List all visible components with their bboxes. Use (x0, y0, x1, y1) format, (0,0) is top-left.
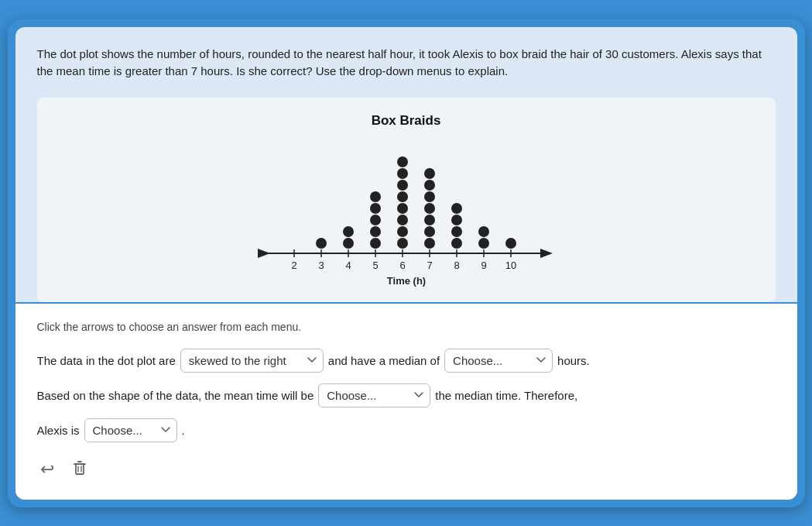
undo-button[interactable]: ↩ (37, 456, 57, 483)
svg-point-35 (397, 156, 408, 167)
svg-point-42 (424, 168, 435, 179)
trash-icon (71, 458, 88, 481)
svg-point-41 (424, 180, 435, 191)
undo-icon: ↩ (40, 459, 54, 480)
outer-card: The dot plot shows the number of hours, … (8, 19, 805, 507)
svg-text:3: 3 (318, 260, 324, 271)
svg-point-49 (505, 238, 516, 249)
svg-point-23 (370, 238, 381, 249)
row3-pre: Alexis is (37, 424, 80, 437)
problem-section: The dot plot shows the number of hours, … (15, 27, 797, 302)
dotplot-title: Box Braids (372, 113, 441, 129)
svg-text:2: 2 (291, 260, 296, 271)
row2-pre: Based on the shape of the data, the mean… (37, 389, 314, 402)
svg-point-31 (397, 203, 408, 214)
skewed-dropdown[interactable]: skewed to the right skewed to the left s… (180, 349, 324, 373)
row1-post: hours. (557, 354, 590, 367)
svg-point-25 (370, 215, 381, 225)
dotplot-svg-wrap: 2 3 4 5 6 7 8 9 (244, 133, 569, 291)
svg-point-26 (370, 203, 381, 214)
svg-point-33 (397, 180, 408, 191)
svg-text:9: 9 (481, 260, 486, 271)
svg-point-24 (370, 226, 381, 237)
mean-dropdown[interactable]: Choose... greater than less than equal t… (318, 383, 430, 407)
svg-point-36 (424, 238, 435, 249)
svg-point-47 (478, 238, 489, 249)
trash-button[interactable] (68, 455, 91, 484)
svg-point-37 (424, 226, 435, 237)
svg-point-40 (424, 191, 435, 202)
svg-text:Time (h): Time (h) (386, 275, 425, 287)
svg-point-21 (343, 238, 354, 249)
bottom-icons: ↩ (37, 455, 776, 484)
svg-point-45 (451, 215, 462, 225)
svg-point-43 (451, 238, 462, 249)
svg-text:8: 8 (454, 260, 459, 271)
alexis-dropdown[interactable]: Choose... correct incorrect (84, 418, 177, 442)
problem-text: The dot plot shows the number of hours, … (37, 46, 776, 95)
svg-point-44 (451, 226, 462, 237)
answer-row-2: Based on the shape of the data, the mean… (37, 383, 776, 407)
answer-section: Click the arrows to choose an answer fro… (15, 304, 797, 500)
svg-point-22 (343, 226, 354, 237)
svg-point-34 (397, 168, 408, 179)
svg-point-28 (397, 238, 408, 249)
svg-point-30 (397, 215, 408, 225)
dotplot-area: Box Braids (37, 98, 776, 302)
svg-text:4: 4 (345, 260, 351, 271)
svg-text:7: 7 (427, 260, 432, 271)
svg-text:6: 6 (399, 260, 405, 271)
svg-text:10: 10 (505, 260, 516, 271)
svg-point-46 (451, 203, 462, 214)
svg-point-48 (478, 226, 489, 237)
svg-point-32 (397, 191, 408, 202)
row1-pre: The data in the dot plot are (37, 354, 176, 367)
row1-mid: and have a median of (328, 354, 440, 367)
svg-text:5: 5 (372, 260, 378, 271)
svg-rect-50 (76, 464, 84, 474)
row2-post: the median time. Therefore, (435, 389, 577, 402)
svg-point-39 (424, 203, 435, 214)
answer-row-1: The data in the dot plot are skewed to t… (37, 349, 776, 373)
svg-point-29 (397, 226, 408, 237)
median-dropdown[interactable]: Choose... 6 6.5 7 7.5 (444, 349, 553, 373)
instructions: Click the arrows to choose an answer fro… (37, 321, 776, 333)
svg-point-38 (424, 215, 435, 225)
row3-post: . (182, 424, 185, 437)
svg-point-27 (370, 191, 381, 202)
answer-row-3: Alexis is Choose... correct incorrect . (37, 418, 776, 442)
svg-point-20 (316, 238, 327, 249)
